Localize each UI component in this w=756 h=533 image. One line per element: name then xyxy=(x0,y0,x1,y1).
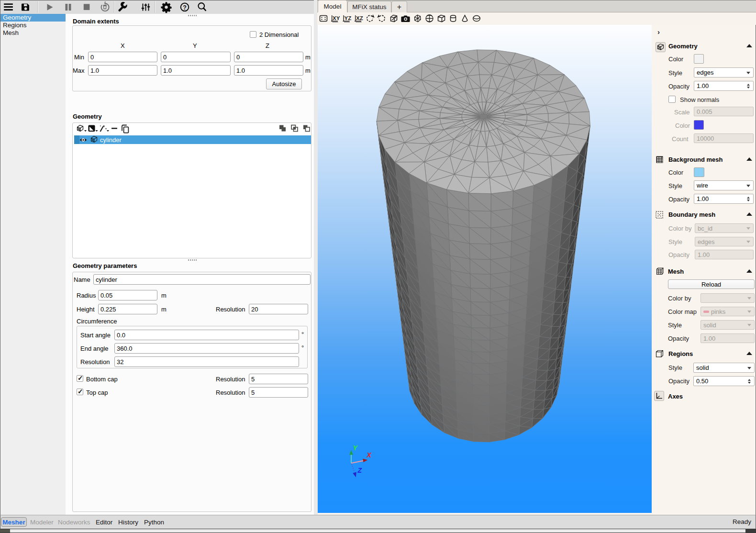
svg-text:X: X xyxy=(367,451,372,459)
svg-text:?: ? xyxy=(183,4,187,11)
svg-text:Z: Z xyxy=(357,466,362,474)
svg-text:YZ: YZ xyxy=(345,15,352,21)
svg-text:XZ: XZ xyxy=(356,15,363,21)
svg-text:XY: XY xyxy=(333,15,340,21)
